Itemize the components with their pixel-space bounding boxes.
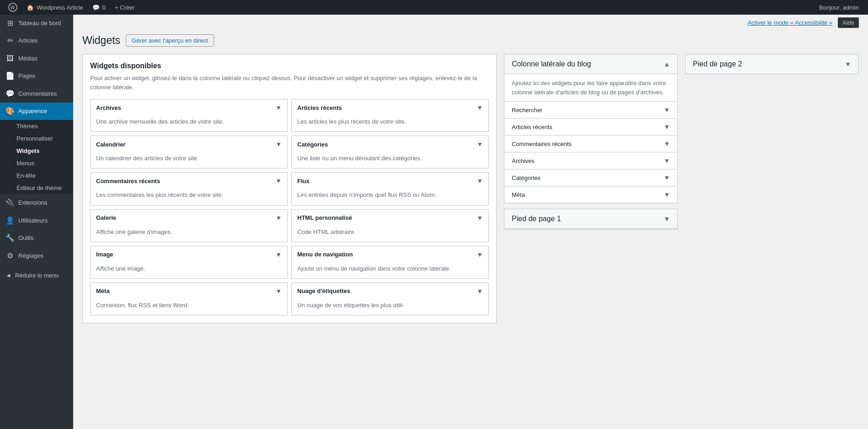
reduce-menu-item[interactable]: ◄ Réduire le menu [0, 268, 73, 282]
dashboard-label: Tableau de bord [18, 19, 61, 27]
sidebar-widget-row[interactable]: Méta ▼ [504, 186, 677, 203]
widget-item[interactable]: Galerie ▼ Affiche une galerie d'images. [90, 209, 288, 242]
widget-item-header[interactable]: Nuage d'étiquettes ▼ [292, 283, 488, 299]
site-name-item[interactable]: 🏠 Wordpress Article [22, 0, 88, 15]
pied-page-1-header[interactable]: Pied de page 1 ▼ [504, 209, 677, 229]
widget-item[interactable]: Menu de navigation ▼ Ajoute un menu de n… [291, 246, 489, 279]
sidebar-item-reglages[interactable]: ⚙ Réglages [0, 247, 73, 265]
widget-item-header[interactable]: Flux ▼ [292, 173, 488, 189]
sidebar-widget-row[interactable]: Archives ▼ [504, 152, 677, 169]
page-wrap: Widgets Gérer avec l'aperçu en direct Wi… [73, 30, 868, 332]
home-icon: 🏠 [27, 4, 34, 11]
sidebar-item-outils[interactable]: 🔧 Outils [0, 229, 73, 247]
widget-item-header[interactable]: HTML personnalisé ▼ [292, 210, 488, 226]
widget-item-header[interactable]: Archives ▼ [91, 99, 287, 116]
blog-sidebar-chevron: ▲ [664, 60, 670, 68]
widget-item-title: Menu de navigation [297, 251, 353, 258]
pages-icon: 📄 [5, 71, 15, 81]
widget-chevron-icon: ▼ [477, 214, 483, 222]
widget-item-header[interactable]: Calendrier ▼ [91, 136, 287, 152]
medias-icon: 🖼 [5, 54, 15, 64]
widget-item-title: Catégories [297, 141, 328, 148]
sidebar-widget-chevron: ▼ [664, 123, 670, 130]
widget-chevron-icon: ▼ [275, 141, 282, 148]
main-content: Activer le mode « Accessibilité » Aide W… [73, 15, 868, 429]
reduce-label: Réduire le menu [15, 272, 59, 279]
commentaires-icon: 💬 [5, 89, 15, 99]
sidebar-widget-row[interactable]: Rechercher ▼ [504, 102, 677, 119]
submenu-themes[interactable]: Thèmes [0, 120, 73, 132]
apparence-submenu: Thèmes Personnaliser Widgets Menus En-tê… [0, 120, 73, 194]
admin-menu: ⊞ Tableau de bord ✏ Articles 🖼 Médias 📄 … [0, 15, 73, 429]
submenu-entete[interactable]: En-tête [0, 169, 73, 182]
widget-item-header[interactable]: Commentaires récents ▼ [91, 173, 287, 189]
manage-preview-button[interactable]: Gérer avec l'aperçu en direct [126, 34, 214, 47]
widget-item[interactable]: Méta ▼ Connexion, flux RSS et liens Word… [90, 282, 288, 315]
comments-item[interactable]: 💬 0 [88, 0, 110, 15]
widget-item-header[interactable]: Image ▼ [91, 246, 287, 263]
widget-item[interactable]: Archives ▼ Une archive mensuelle des art… [90, 99, 288, 132]
reglages-icon: ⚙ [5, 251, 15, 261]
sidebar-item-dashboard[interactable]: ⊞ Tableau de bord [0, 15, 73, 32]
sidebar-item-medias[interactable]: 🖼 Médias [0, 50, 73, 67]
widget-item-desc: Connexion, flux RSS et liens Word- [91, 299, 287, 315]
sidebar-item-commentaires[interactable]: 💬 Commentaires [0, 85, 73, 103]
widget-chevron-icon: ▼ [275, 288, 282, 295]
sidebar-item-articles[interactable]: ✏ Articles [0, 32, 73, 49]
widget-item[interactable]: Commentaires récents ▼ Les commentaires … [90, 172, 288, 205]
widget-item-header[interactable]: Menu de navigation ▼ [292, 246, 488, 263]
widget-item[interactable]: HTML personnalisé ▼ Code HTML arbitraire… [291, 209, 489, 242]
help-button[interactable]: Aide [838, 17, 859, 28]
widgets-layout: Widgets disponibles Pour activer un widg… [82, 54, 859, 323]
sidebar-item-extensions[interactable]: 🔌 Extensions [0, 194, 73, 212]
widget-item[interactable]: Nuage d'étiquettes ▼ Un nuage de vos éti… [291, 282, 489, 315]
pied-page-2-header[interactable]: Pied de page 2 ▼ [686, 54, 858, 74]
widget-chevron-icon: ▼ [477, 177, 483, 185]
sidebars-column: Colonne latérale du blog ▲ Ajoutez ici d… [504, 54, 678, 229]
widget-item-title: Galerie [96, 214, 116, 221]
wp-wrap: ⊞ Tableau de bord ✏ Articles 🖼 Médias 📄 … [0, 15, 868, 429]
articles-label: Articles [18, 37, 38, 45]
widget-chevron-icon: ▼ [477, 104, 483, 111]
commentaires-label: Commentaires [18, 90, 57, 98]
sidebar-widget-row[interactable]: Articles récents ▼ [504, 119, 677, 136]
widget-item-desc: Les commentaires les plus récents de vot… [91, 189, 287, 205]
widget-item-title: Flux [297, 178, 310, 185]
widget-item[interactable]: Articles récents ▼ Les articles les plus… [291, 99, 489, 132]
sidebar-item-apparence[interactable]: 🎨 Apparence [0, 103, 73, 120]
widget-item-title: Articles récents [297, 104, 342, 111]
sidebar-item-utilisateurs[interactable]: 👤 Utilisateurs [0, 212, 73, 229]
widget-item-header[interactable]: Catégories ▼ [292, 136, 488, 152]
blog-sidebar-header[interactable]: Colonne latérale du blog ▲ [504, 54, 677, 74]
widget-item-title: Nuage d'étiquettes [297, 288, 350, 294]
pied-page-2-chevron: ▼ [845, 60, 851, 68]
submenu-editeur[interactable]: Éditeur de thème [0, 182, 73, 194]
widget-item-title: Image [96, 251, 113, 258]
widget-item-header[interactable]: Méta ▼ [91, 283, 287, 299]
widget-item[interactable]: Flux ▼ Les entrées depuis n'importe quel… [291, 172, 489, 205]
blog-sidebar-title: Colonne latérale du blog [512, 60, 591, 68]
widget-item-header[interactable]: Galerie ▼ [91, 210, 287, 226]
site-name: Wordpress Article [37, 4, 83, 11]
widget-item[interactable]: Image ▼ Affiche une image. [90, 246, 288, 279]
widget-item[interactable]: Catégories ▼ Une liste ou un menu déroul… [291, 136, 489, 168]
sidebar-widget-chevron: ▼ [664, 157, 670, 164]
sidebar-widget-row[interactable]: Catégories ▼ [504, 169, 677, 186]
sidebar-widget-name: Articles récents [512, 124, 552, 130]
widget-item[interactable]: Calendrier ▼ Un calendrier des articles … [90, 136, 288, 168]
widget-item-desc: Un calendrier des articles de votre site… [91, 152, 287, 168]
create-item[interactable]: + Créer [110, 0, 139, 15]
sidebar-widget-row[interactable]: Commentaires récents ▼ [504, 136, 677, 152]
widget-item-title: Commentaires récents [96, 178, 160, 185]
widget-item-header[interactable]: Articles récents ▼ [292, 99, 488, 116]
accessibility-link[interactable]: Activer le mode « Accessibilité » [748, 19, 833, 26]
submenu-widgets[interactable]: Widgets [0, 145, 73, 157]
submenu-menus[interactable]: Menus [0, 157, 73, 169]
wp-logo-item[interactable]: W [4, 0, 22, 15]
sidebar-item-pages[interactable]: 📄 Pages [0, 67, 73, 85]
apparence-label: Apparence [18, 107, 47, 115]
comment-icon: 💬 [92, 4, 100, 11]
sidebar-widget-chevron: ▼ [664, 191, 670, 198]
submenu-personnaliser[interactable]: Personnaliser [0, 132, 73, 145]
page-title: Widgets [82, 34, 120, 47]
